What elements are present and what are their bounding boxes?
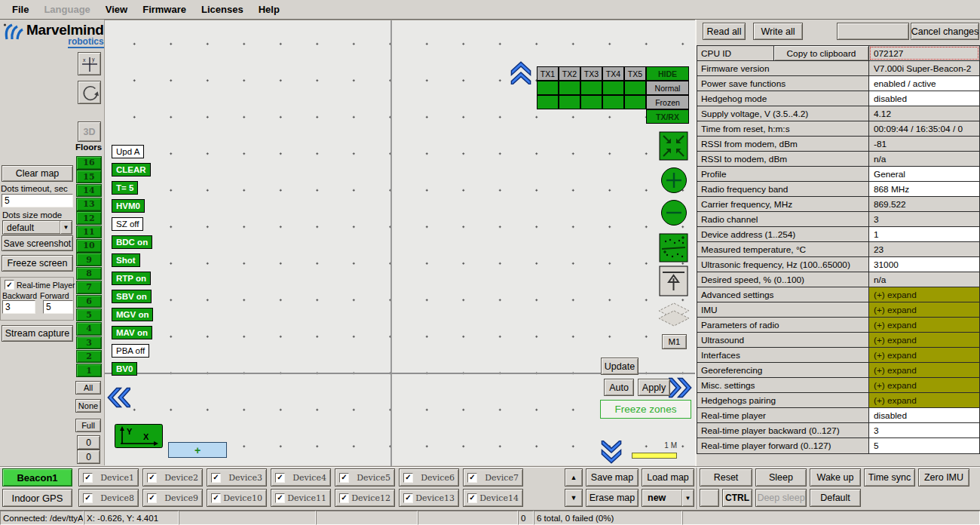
checkbox-checked-icon[interactable] <box>83 493 93 503</box>
tx-cell-tx2-r2[interactable] <box>559 95 580 109</box>
floor-button-8[interactable]: 8 <box>76 267 102 281</box>
selected-beacon-tab[interactable]: Beacon1 <box>2 468 72 487</box>
read-all-button[interactable]: Read all <box>703 23 746 40</box>
scroll-right-icon[interactable] <box>669 376 693 399</box>
checkbox-checked-icon[interactable] <box>467 473 477 483</box>
prop-value-25[interactable]: 5 <box>869 438 979 453</box>
device-toggle-device9[interactable]: Device9 <box>142 489 203 507</box>
tx-cell-tx1-r1[interactable] <box>537 81 559 95</box>
cancel-changes-button[interactable]: Cancel changes <box>911 23 979 40</box>
prop-value-7[interactable]: General <box>869 167 979 181</box>
floors-full-button[interactable]: Full <box>75 419 101 432</box>
tx-cell-tx1-r2[interactable] <box>537 95 559 109</box>
reset-button[interactable]: Reset <box>700 468 752 487</box>
checkbox-checked-icon[interactable] <box>467 493 477 503</box>
save-screenshot-button[interactable]: Save screenshot <box>2 235 73 251</box>
ctrl-button[interactable]: CTRL <box>722 489 752 507</box>
tx-cell-tx4-r2[interactable] <box>602 95 624 109</box>
time-sync-button[interactable]: Time sync <box>864 468 915 487</box>
tx-side-hide[interactable]: HIDE <box>646 66 689 81</box>
clear-map-button[interactable]: Clear map <box>2 165 73 182</box>
prop-value-24[interactable]: 3 <box>869 423 979 438</box>
device-toggle-device4[interactable]: Device4 <box>271 468 331 487</box>
prop-value-1[interactable]: enabled / active <box>869 76 979 91</box>
scroll-up-icon[interactable] <box>510 60 532 84</box>
floor-button-4[interactable]: 4 <box>76 322 102 336</box>
map-mode-bv0[interactable]: BV0 <box>112 362 137 376</box>
chevron-down-icon[interactable]: ▼ <box>60 221 72 234</box>
floor-button-12[interactable]: 12 <box>76 211 102 225</box>
floor-button-1[interactable]: 1 <box>76 364 102 377</box>
tx-cell-tx2-r1[interactable] <box>559 81 580 95</box>
backward-input[interactable] <box>2 300 35 314</box>
device-toggle-device10[interactable]: Device10 <box>207 489 267 507</box>
tx-side-tx-rx[interactable]: TX/RX <box>646 109 689 124</box>
menu-help[interactable]: Help <box>251 0 287 19</box>
device-toggle-device12[interactable]: Device12 <box>335 489 395 507</box>
prop-value-2[interactable]: disabled <box>869 91 979 106</box>
tx-header-tx1[interactable]: TX1 <box>537 66 559 81</box>
default-button[interactable]: Default <box>810 489 861 507</box>
apply-button[interactable]: Apply <box>638 379 670 396</box>
tx-header-tx4[interactable]: TX4 <box>602 66 624 81</box>
map-mode-pba-off[interactable]: PBA off <box>112 344 149 358</box>
save-map-button[interactable]: Save map <box>586 468 639 487</box>
menu-licenses[interactable]: Licenses <box>194 0 251 19</box>
dots-size-select[interactable]: default ▼ <box>2 220 72 235</box>
expand-toggle-17[interactable]: (+) expand <box>869 318 979 332</box>
map-mode-hvm0[interactable]: HVM0 <box>112 199 145 213</box>
checkbox-checked-icon[interactable] <box>403 473 413 483</box>
floors-all-button[interactable]: All <box>75 381 101 395</box>
map-mode-mav-on[interactable]: MAV on <box>112 326 152 339</box>
floor-button-2[interactable]: 2 <box>76 350 102 364</box>
floor-button-16[interactable]: 16 <box>76 156 102 170</box>
tx-cell-tx5-r2[interactable] <box>624 95 646 109</box>
blank-button[interactable] <box>837 23 909 40</box>
forward-input[interactable] <box>43 300 73 314</box>
prop-value-11[interactable]: 1 <box>869 227 979 241</box>
tx-cell-tx3-r2[interactable] <box>580 95 602 109</box>
zero-imu-button[interactable]: Zero IMU <box>918 468 969 487</box>
scroll-left-icon[interactable] <box>106 386 130 409</box>
checkbox-checked-icon[interactable] <box>211 473 221 483</box>
map-mode-bdc-on[interactable]: BDC on <box>112 235 152 249</box>
floor-button-3[interactable]: 3 <box>76 336 102 350</box>
menu-view[interactable]: View <box>98 0 135 19</box>
dots-display-icon[interactable] <box>659 233 688 266</box>
fit-to-screen-icon[interactable] <box>659 131 688 164</box>
stream-capture-button[interactable]: Stream capture <box>2 325 73 342</box>
expand-toggle-18[interactable]: (+) expand <box>869 333 979 347</box>
device-toggle-device2[interactable]: Device2 <box>142 468 203 487</box>
freeze-zones-button[interactable]: Freeze zones <box>600 400 691 419</box>
menu-firmware[interactable]: Firmware <box>135 0 194 19</box>
tx-header-tx3[interactable]: TX3 <box>580 66 602 81</box>
floor-button-9[interactable]: 9 <box>76 253 102 266</box>
scroll-down-icon[interactable] <box>600 441 623 465</box>
floor-button-13[interactable]: 13 <box>76 198 102 211</box>
checkbox-checked-icon[interactable] <box>403 493 413 503</box>
tx-cell-tx4-r1[interactable] <box>602 81 624 95</box>
copy-to-clipboard-button[interactable]: Copy to clipboard <box>774 46 869 60</box>
map-mode-sbv-on[interactable]: SBV on <box>112 290 152 303</box>
checkbox-checked-icon[interactable] <box>275 473 285 483</box>
floor-button-14[interactable]: 14 <box>76 184 102 198</box>
tx-header-tx2[interactable]: TX2 <box>559 66 580 81</box>
floor-button-7[interactable]: 7 <box>76 281 102 294</box>
m1-button[interactable]: M1 <box>662 334 687 349</box>
wake-up-button[interactable]: Wake up <box>810 468 861 487</box>
map-select-dropdown[interactable]: new ▼ <box>642 489 694 507</box>
device-toggle-device1[interactable]: Device1 <box>78 468 139 487</box>
tx-cell-tx5-r1[interactable] <box>624 81 646 95</box>
device-toggle-device5[interactable]: Device5 <box>335 468 395 487</box>
checkbox-checked-icon[interactable] <box>275 493 285 503</box>
checkbox-checked-icon[interactable] <box>339 473 349 483</box>
device-toggle-device3[interactable]: Device3 <box>207 468 267 487</box>
map-orientation-icon[interactable]: Y X <box>115 424 163 451</box>
map-mode-mgv-on[interactable]: MGV on <box>112 308 153 321</box>
zoom-in-icon[interactable] <box>660 167 688 197</box>
expand-toggle-20[interactable]: (+) expand <box>869 363 979 377</box>
checkbox-checked-icon[interactable] <box>147 473 157 483</box>
zoom-out-icon[interactable] <box>660 199 688 229</box>
update-button[interactable]: Update <box>601 358 639 375</box>
device-toggle-device14[interactable]: Device14 <box>463 489 523 507</box>
